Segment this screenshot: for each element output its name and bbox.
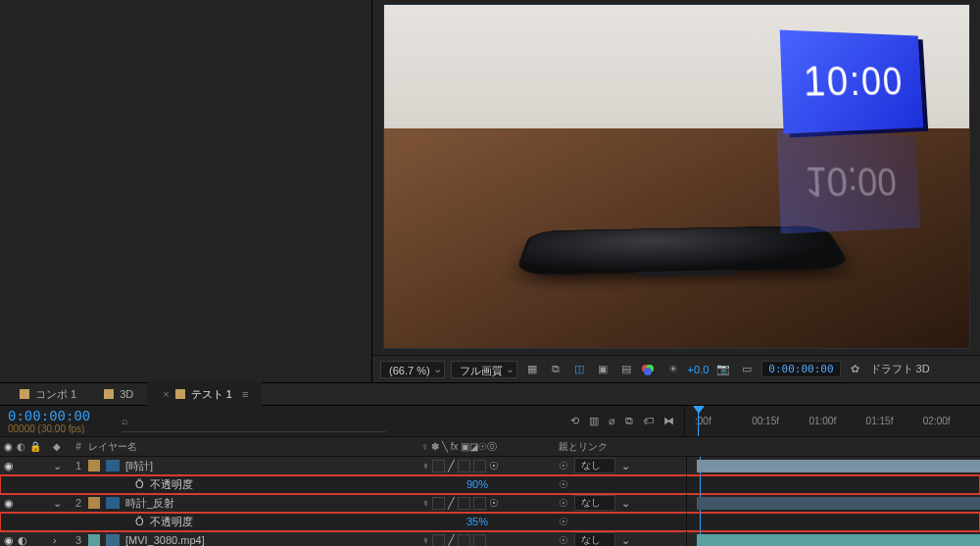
exposure-value[interactable]: +0.0: [688, 364, 710, 375]
ruler-tick: 01:00f: [808, 416, 865, 426]
audio-toggle[interactable]: ◐: [18, 534, 27, 547]
audio-column-icon[interactable]: ◐: [17, 441, 25, 452]
tab-menu-icon[interactable]: ≡: [242, 388, 248, 400]
chevron-down-icon[interactable]: ⌄: [621, 460, 630, 472]
shy-icon[interactable]: ⟲: [570, 415, 579, 427]
lock-column-icon[interactable]: 🔒: [29, 441, 41, 452]
property-name: 不透明度: [150, 477, 193, 492]
region-icon[interactable]: ▣: [594, 363, 612, 375]
current-time[interactable]: 0:00:00:00: [8, 408, 114, 423]
twirl-icon[interactable]: ›: [53, 534, 63, 546]
property-name: 不透明度: [150, 515, 193, 529]
composition-viewer-panel: 10:00 10:00 (66.7 %) フル画質 ▦ ⧉ ◫ ▣ ▤ ☀ +0…: [372, 0, 980, 382]
color-mgmt-icon[interactable]: [641, 363, 659, 376]
viewer-toolbar: (66.7 %) フル画質 ▦ ⧉ ◫ ▣ ▤ ☀ +0.0 📷 ▭ 0:00:…: [372, 355, 980, 382]
search-input[interactable]: [134, 415, 386, 426]
comp-layer-icon: [106, 460, 120, 472]
layer-number: 3: [69, 534, 88, 546]
draft3d-icon[interactable]: ✿: [847, 363, 864, 375]
guides-icon[interactable]: ⧉: [547, 363, 564, 375]
tab-3d[interactable]: 3D: [90, 382, 147, 406]
timeline-header: 0:00:00:00 00000 (30.00 fps) ⌕ ⟲ ▥ ⌀ ⧉ 🏷…: [0, 406, 980, 437]
time-ruler[interactable]: :00f 00:15f 01:00f 01:15f 02:00f: [684, 406, 980, 436]
viewer-canvas[interactable]: 10:00 10:00: [372, 0, 980, 355]
tab-label: テスト 1: [191, 387, 232, 402]
layer-number: 1: [69, 460, 88, 472]
render-icon[interactable]: ⧓: [663, 415, 674, 427]
layer-name-column[interactable]: レイヤー名: [88, 440, 421, 454]
stopwatch-icon[interactable]: Ŏ: [135, 478, 144, 490]
chevron-down-icon[interactable]: ⌄: [621, 497, 630, 510]
opacity-property-layer1[interactable]: Ŏ 不透明度 90% ☉: [0, 475, 980, 494]
layer-number: 2: [69, 497, 88, 509]
pickwhip-icon[interactable]: ☉: [559, 478, 568, 491]
parent-dropdown[interactable]: なし: [574, 532, 615, 546]
visibility-toggle[interactable]: ◉: [4, 534, 14, 547]
viewer-timecode[interactable]: 0:00:00:00: [761, 361, 840, 377]
tab-label: コンポ 1: [35, 387, 76, 402]
layer-name[interactable]: [MVI_3080.mp4]: [125, 534, 205, 546]
snapshot-icon[interactable]: 📷: [714, 363, 732, 375]
twirl-icon[interactable]: ⌄: [53, 497, 63, 510]
draft3d-label[interactable]: ドラフト 3D: [870, 362, 930, 376]
opacity-property-layer2[interactable]: Ŏ 不透明度 35% ☉: [0, 513, 980, 531]
ruler-tick: 02:00f: [923, 416, 980, 426]
zoom-dropdown[interactable]: (66.7 %): [380, 361, 445, 378]
comp-icon: [20, 389, 29, 399]
graph-editor-icon[interactable]: ⧉: [625, 415, 633, 427]
svg-point-2: [644, 368, 652, 375]
label-color[interactable]: [88, 460, 100, 472]
visibility-toggle[interactable]: ◉: [4, 497, 14, 510]
pickwhip-icon[interactable]: ☉: [559, 516, 568, 528]
pickwhip-icon[interactable]: ☉: [559, 497, 568, 510]
ruler-tick: 01:15f: [866, 416, 923, 426]
ruler-tick: 00:15f: [752, 416, 808, 426]
layer-name[interactable]: 時計_反射: [125, 496, 174, 511]
opacity-value[interactable]: 35%: [466, 516, 488, 527]
twirl-icon[interactable]: ⌄: [53, 460, 63, 472]
grid-icon[interactable]: ▦: [523, 363, 541, 375]
label-column[interactable]: ◆: [53, 441, 69, 452]
tab-test1[interactable]: × テスト 1 ≡: [147, 382, 262, 406]
mask-icon[interactable]: ◫: [570, 363, 588, 375]
timeline-panel: 0:00:00:00 00000 (30.00 fps) ⌕ ⟲ ▥ ⌀ ⧉ 🏷…: [0, 406, 980, 546]
layer-row-1[interactable]: ◉ ⌄ 1 [時計] ♀╱☉ ☉ なし ⌄: [0, 457, 980, 475]
layer-name[interactable]: [時計]: [125, 459, 153, 473]
show-snapshot-icon[interactable]: ▭: [738, 363, 756, 375]
exposure-icon[interactable]: ☀: [664, 363, 682, 375]
channel-icon[interactable]: ▤: [617, 363, 635, 375]
close-icon[interactable]: ×: [163, 388, 169, 400]
preview-image: 10:00 10:00: [383, 4, 970, 349]
playhead[interactable]: [698, 406, 699, 436]
label-color[interactable]: [88, 534, 100, 546]
comp-icon: [175, 389, 185, 399]
resolution-dropdown[interactable]: フル画質: [451, 361, 517, 378]
label-color[interactable]: [88, 497, 100, 509]
parent-column: 親とリンク: [559, 440, 686, 454]
column-header: ◉ ◐ 🔒 ◆ # レイヤー名 ♀ ✽ ╲ fx ▣◪☉⓪ 親とリンク: [0, 437, 980, 457]
visibility-column-icon[interactable]: ◉: [4, 441, 13, 452]
tab-comp1[interactable]: コンポ 1: [6, 382, 90, 406]
visibility-toggle[interactable]: ◉: [4, 460, 14, 472]
layer-row-2[interactable]: ◉ ⌄ 2 時計_反射 ♀╱☉ ☉ なし ⌄: [0, 494, 980, 513]
opacity-value[interactable]: 90%: [466, 478, 488, 490]
layer-search[interactable]: ⌕: [122, 411, 386, 432]
pickwhip-icon[interactable]: ☉: [559, 460, 568, 472]
layer-row-3[interactable]: ◉◐ › 3 [MVI_3080.mp4] ♀╱ ☉ なし ⌄: [0, 531, 980, 546]
frame-fps: 00000 (30.00 fps): [8, 423, 114, 434]
tag-icon[interactable]: 🏷: [643, 415, 654, 427]
composition-tabs: コンポ 1 3D × テスト 1 ≡: [0, 382, 980, 406]
parent-dropdown[interactable]: なし: [574, 458, 615, 473]
motion-blur-icon[interactable]: ⌀: [609, 415, 615, 427]
comp-layer-icon: [106, 497, 120, 509]
search-icon: ⌕: [122, 415, 128, 426]
comp-icon: [104, 389, 114, 399]
clock-reflection: 10:00: [776, 129, 920, 233]
parent-dropdown[interactable]: なし: [574, 495, 615, 511]
chevron-down-icon[interactable]: ⌄: [621, 534, 630, 547]
pickwhip-icon[interactable]: ☉: [559, 534, 568, 547]
switches-column: ♀ ✽ ╲ fx ▣◪☉⓪: [421, 440, 559, 454]
tab-label: 3D: [120, 388, 133, 400]
stopwatch-icon[interactable]: Ŏ: [135, 516, 144, 527]
frame-blend-icon[interactable]: ▥: [589, 415, 599, 427]
